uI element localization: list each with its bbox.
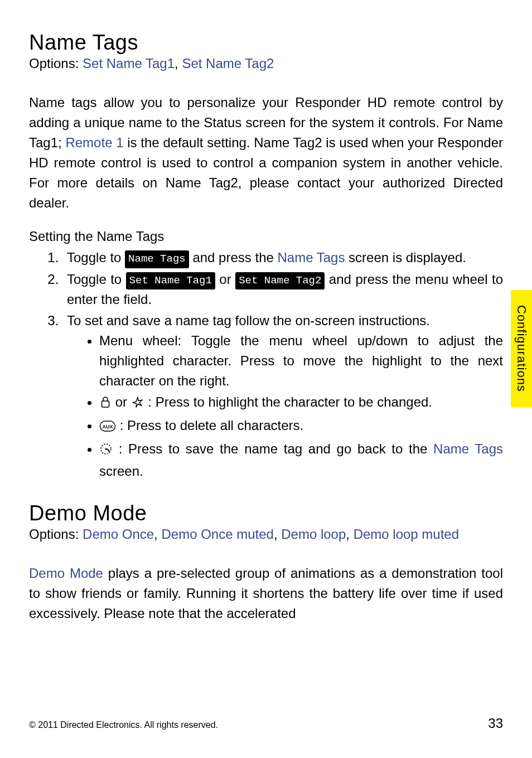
page-number: 33 bbox=[488, 716, 503, 731]
chip-name-tags: Name Tags bbox=[125, 250, 189, 268]
svg-text:AUX: AUX bbox=[102, 424, 113, 429]
name-tags-options: Options: Set Name Tag1, Set Name Tag2 bbox=[29, 56, 503, 71]
option-demo-loop: Demo loop bbox=[281, 527, 346, 542]
text-segment: to bbox=[107, 272, 126, 287]
bullet-lock-star: or : Press to highlight the character to… bbox=[99, 392, 503, 414]
toggle-label: Toggle bbox=[67, 272, 107, 287]
text-segment: : bbox=[144, 394, 156, 409]
text-segment: and bbox=[325, 272, 355, 287]
star-icon bbox=[131, 394, 144, 414]
option-separator: , bbox=[175, 56, 182, 71]
heading-name-tags: Name Tags bbox=[29, 31, 503, 55]
text-segment: to save the name tag and go back to the bbox=[162, 441, 433, 456]
step-2: Toggle to Set Name Tag1 or Set Name Tag2… bbox=[62, 269, 503, 310]
text-segment: : bbox=[116, 418, 127, 433]
bullet-aux: AUX : Press to delete all characters. bbox=[99, 416, 503, 438]
press-label: press bbox=[219, 250, 252, 265]
toggle-label: Toggle bbox=[67, 250, 107, 265]
option-separator: , bbox=[346, 527, 353, 542]
demo-mode-options: Options: Demo Once, Demo Once muted, Dem… bbox=[29, 527, 503, 542]
setting-steps-list: Toggle to Name Tags and press the Name T… bbox=[29, 248, 503, 481]
bullet-menu-wheel: Menu wheel: Toggle the menu wheel up/dow… bbox=[99, 331, 503, 391]
subheading-setting-name-tags: Setting the Name Tags bbox=[29, 229, 503, 244]
options-label: Options: bbox=[29, 56, 83, 71]
toggle-label: Toggle bbox=[191, 333, 231, 348]
press-label: Press bbox=[156, 394, 190, 409]
text-segment: to delete all characters. bbox=[161, 418, 303, 433]
press-label: press bbox=[355, 272, 388, 287]
text-segment: screen is displayed. bbox=[345, 250, 466, 265]
text-segment: to bbox=[107, 250, 125, 265]
side-tab-configurations: Configurations bbox=[511, 290, 532, 407]
section-demo-mode: Demo Mode Options: Demo Once, Demo Once … bbox=[29, 501, 503, 624]
side-tab-label: Configurations bbox=[514, 305, 529, 392]
option-demo-once: Demo Once bbox=[83, 527, 154, 542]
text-segment: and bbox=[189, 250, 219, 265]
step-1: Toggle to Name Tags and press the Name T… bbox=[62, 248, 503, 268]
text-segment: : bbox=[113, 441, 128, 456]
name-tags-description: Name tags allow you to personalize your … bbox=[29, 93, 503, 213]
chip-set-name-tag1: Set Name Tag1 bbox=[126, 272, 215, 290]
copyright-text: © 2011 Directed Electronics. All rights … bbox=[29, 720, 218, 730]
press-label: Press bbox=[127, 418, 161, 433]
bullet-function: : Press to save the name tag and go back… bbox=[99, 439, 503, 481]
lock-icon bbox=[99, 394, 112, 414]
step3-intro: To set and save a name tag follow the on… bbox=[67, 313, 430, 328]
name-tags-screen-highlight: Name Tags bbox=[278, 250, 345, 265]
press-label: Press bbox=[240, 353, 274, 368]
option-separator: , bbox=[274, 527, 281, 542]
option-separator: , bbox=[154, 527, 161, 542]
chip-set-name-tag2: Set Name Tag2 bbox=[235, 272, 325, 290]
option-demo-loop-muted: Demo loop muted bbox=[354, 527, 459, 542]
document-page: Name Tags Options: Set Name Tag1, Set Na… bbox=[0, 0, 532, 758]
text-segment: screen. bbox=[99, 464, 143, 479]
text-segment: Menu wheel: bbox=[99, 333, 191, 348]
press-label: Press bbox=[128, 441, 162, 456]
options-label: Options: bbox=[29, 527, 83, 542]
function-icon bbox=[99, 441, 113, 461]
step-3: To set and save a name tag follow the on… bbox=[62, 311, 503, 481]
name-tags-highlight: Name Tags bbox=[433, 441, 503, 456]
heading-demo-mode: Demo Mode bbox=[29, 501, 503, 525]
text-segment: or bbox=[215, 272, 235, 287]
aux-icon: AUX bbox=[99, 418, 116, 438]
option-set-name-tag1: Set Name Tag1 bbox=[83, 56, 175, 71]
text-segment: the bbox=[252, 250, 278, 265]
demo-mode-description: Demo Mode plays a pre-selected group of … bbox=[29, 563, 503, 624]
remote1-highlight: Remote 1 bbox=[65, 135, 123, 150]
demo-mode-highlight: Demo Mode bbox=[29, 566, 103, 581]
text-segment: or bbox=[115, 394, 127, 409]
option-set-name-tag2: Set Name Tag2 bbox=[182, 56, 274, 71]
svg-point-4 bbox=[105, 448, 107, 450]
svg-rect-0 bbox=[102, 401, 109, 407]
text-segment: to highlight the character to be changed… bbox=[190, 394, 432, 409]
option-demo-once-muted: Demo Once muted bbox=[161, 527, 273, 542]
step3-sublist: Menu wheel: Toggle the menu wheel up/dow… bbox=[67, 331, 503, 481]
page-footer: © 2011 Directed Electronics. All rights … bbox=[29, 716, 503, 731]
